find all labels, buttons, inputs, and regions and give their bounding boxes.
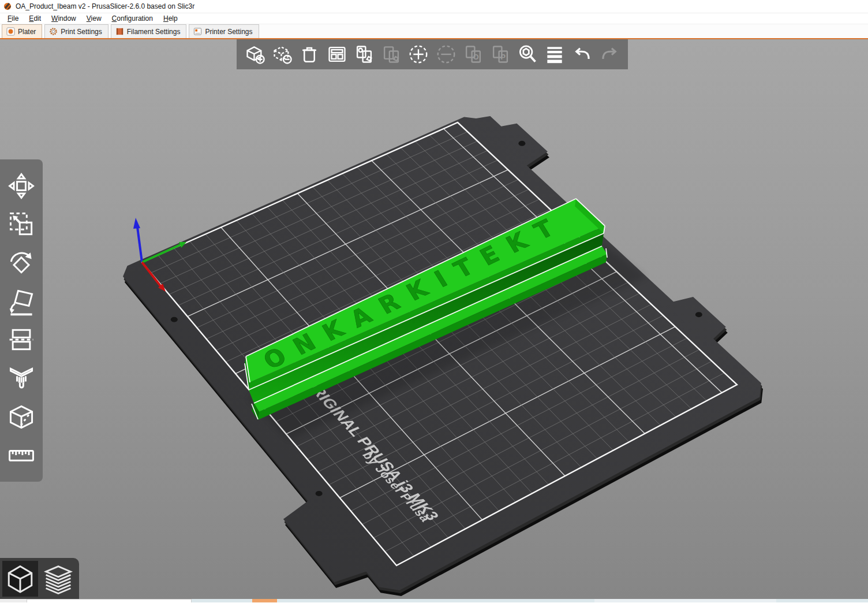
- paste-icon[interactable]: [379, 42, 404, 67]
- split-to-objects-icon[interactable]: O: [461, 42, 486, 67]
- title-bar: OA_Product_Ibeam v2 - PrusaSlicer-2.6.0 …: [0, 0, 868, 13]
- undo-icon[interactable]: [570, 42, 595, 67]
- gear-icon: [49, 27, 58, 36]
- window-title: OA_Product_Ibeam v2 - PrusaSlicer-2.6.0 …: [16, 2, 194, 10]
- add-object-icon[interactable]: [242, 42, 268, 67]
- place-on-face-icon[interactable]: [5, 285, 38, 318]
- settings-tab-bar: Plater Print Settings Filament Settings …: [0, 24, 868, 39]
- z-axis-arrowhead: [133, 218, 140, 229]
- object-toolbar: O P: [237, 39, 628, 69]
- bottom-bar-field[interactable]: [27, 599, 192, 602]
- menu-view[interactable]: View: [81, 14, 107, 23]
- prusa-logo-icon: [3, 2, 12, 10]
- tab-plater[interactable]: Plater: [2, 24, 42, 38]
- remove-instance-icon[interactable]: [433, 42, 459, 67]
- menu-configuration[interactable]: Configuration: [107, 14, 158, 23]
- variable-layer-height-icon[interactable]: [542, 42, 567, 67]
- tab-label: Print Settings: [61, 28, 102, 36]
- bed-screw-hole: [316, 491, 323, 496]
- bottom-bar-segment: [0, 599, 27, 602]
- bed-screw-hole: [695, 312, 702, 317]
- seam-painting-icon[interactable]: [5, 400, 38, 434]
- bed-screw-hole: [518, 141, 525, 146]
- plater-icon: [6, 27, 15, 36]
- bottom-bar-segment: [594, 599, 776, 602]
- rotate-icon[interactable]: [5, 246, 38, 280]
- scene-canvas[interactable]: ORIGINAL PRUSA i3 MK3 by Josef Prusa ONK…: [0, 39, 868, 599]
- bottom-bar: [0, 599, 868, 602]
- menu-help[interactable]: Help: [158, 14, 183, 23]
- menu-bar: File Edit Window View Configuration Help: [0, 13, 868, 24]
- delete-all-icon[interactable]: [297, 42, 322, 67]
- scale-icon[interactable]: [5, 207, 38, 241]
- svg-text:O: O: [473, 53, 479, 61]
- tab-label: Printer Settings: [205, 28, 252, 36]
- copy-icon[interactable]: [351, 42, 377, 67]
- z-axis: [137, 227, 142, 262]
- gizmo-toolbar: [0, 159, 43, 482]
- arrange-icon[interactable]: [324, 42, 350, 67]
- 3d-viewport[interactable]: ORIGINAL PRUSA i3 MK3 by Josef Prusa ONK…: [0, 39, 868, 599]
- add-instance-icon[interactable]: [406, 42, 431, 67]
- search-icon[interactable]: [515, 42, 540, 67]
- 3d-editor-view-icon[interactable]: [2, 561, 38, 597]
- filament-spool-icon: [115, 27, 124, 36]
- tab-printer-settings[interactable]: Printer Settings: [189, 24, 259, 38]
- sliced-preview-icon[interactable]: [40, 561, 76, 597]
- bed-screw-hole: [171, 317, 178, 322]
- view-mode-toolbar: [0, 558, 79, 599]
- svg-text:P: P: [500, 53, 506, 61]
- move-icon[interactable]: [5, 169, 38, 203]
- tab-label: Filament Settings: [127, 28, 181, 36]
- printer-icon: [193, 27, 202, 36]
- prusaslicer-window: OA_Product_Ibeam v2 - PrusaSlicer-2.6.0 …: [0, 0, 868, 603]
- menu-window[interactable]: Window: [46, 14, 81, 23]
- menu-edit[interactable]: Edit: [24, 14, 46, 23]
- tab-print-settings[interactable]: Print Settings: [44, 24, 108, 38]
- measure-icon[interactable]: [5, 438, 38, 472]
- delete-object-icon[interactable]: [270, 42, 295, 67]
- redo-icon[interactable]: [597, 42, 622, 67]
- tab-label: Plater: [18, 28, 36, 36]
- paint-supports-icon[interactable]: [5, 362, 38, 395]
- bottom-bar-slider-handle[interactable]: [252, 599, 277, 602]
- split-to-parts-icon[interactable]: P: [488, 42, 513, 67]
- tab-filament-settings[interactable]: Filament Settings: [111, 24, 187, 38]
- cut-icon[interactable]: [5, 323, 38, 356]
- menu-file[interactable]: File: [2, 14, 24, 23]
